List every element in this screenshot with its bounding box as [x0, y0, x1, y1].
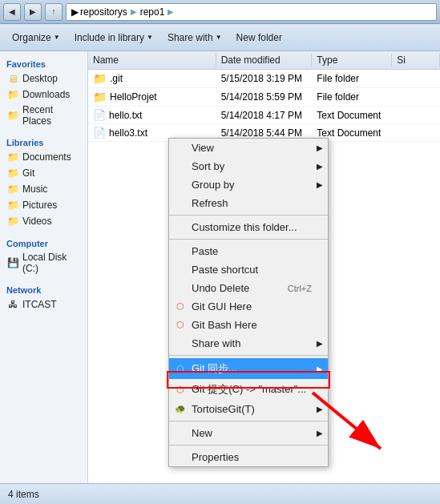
git-sync-arrow: ▶: [317, 365, 323, 373]
separator-4: [169, 421, 328, 421]
undo-shortcut: Ctrl+Z: [288, 284, 312, 293]
separator-5: [169, 445, 328, 446]
menu-view-label: View: [192, 142, 214, 154]
sort-submenu-arrow: ▶: [317, 162, 323, 171]
menu-item-tortoisegit[interactable]: 🐢 TortoiseGit(T) ▶: [169, 400, 328, 418]
menu-customize-label: Customize this folder...: [192, 221, 297, 233]
menu-item-refresh[interactable]: Refresh: [169, 194, 328, 212]
tortoisegit-icon: 🐢: [174, 403, 187, 416]
menu-paste-shortcut-label: Paste shortcut: [192, 264, 258, 276]
menu-item-customize[interactable]: Customize this folder...: [169, 218, 328, 236]
menu-item-git-commit[interactable]: ⬡ Git 提交(C) -> "master"...: [169, 379, 328, 400]
menu-undo-label: Undo Delete: [192, 282, 249, 294]
git-sync-icon: ⬡: [174, 362, 187, 375]
menu-item-git-sync[interactable]: ⬡ Git 同步... ▶: [169, 358, 328, 379]
menu-item-group[interactable]: Group by ▶: [169, 175, 328, 194]
menu-git-gui-label: Git GUI Here: [192, 300, 252, 312]
view-submenu-arrow: ▶: [317, 143, 323, 152]
context-menu: View ▶ Sort by ▶ Group by ▶ Refresh Cust…: [168, 138, 329, 467]
menu-item-paste-shortcut[interactable]: Paste shortcut: [169, 260, 328, 279]
group-submenu-arrow: ▶: [317, 180, 323, 189]
menu-item-git-bash[interactable]: ⬡ Git Bash Here: [169, 316, 328, 334]
menu-item-properties[interactable]: Properties: [169, 448, 328, 466]
menu-item-view[interactable]: View ▶: [169, 139, 328, 157]
menu-sort-label: Sort by: [192, 160, 224, 172]
menu-paste-label: Paste: [192, 245, 218, 257]
menu-item-share[interactable]: Share with ▶: [169, 334, 328, 353]
menu-git-bash-label: Git Bash Here: [192, 319, 257, 331]
new-submenu-arrow: ▶: [317, 429, 323, 437]
menu-item-undo[interactable]: Undo Delete Ctrl+Z: [169, 279, 328, 297]
separator-3: [169, 355, 328, 356]
menu-item-git-gui[interactable]: ⬡ Git GUI Here: [169, 297, 328, 316]
menu-properties-label: Properties: [192, 451, 239, 463]
menu-new-label: New: [192, 427, 212, 439]
menu-refresh-label: Refresh: [192, 197, 228, 209]
menu-tortoisegit-label: TortoiseGit(T): [192, 403, 255, 415]
context-menu-overlay: View ▶ Sort by ▶ Group by ▶ Refresh Cust…: [0, 0, 440, 504]
menu-item-sort[interactable]: Sort by ▶: [169, 157, 328, 175]
git-bash-icon: ⬡: [174, 319, 187, 332]
menu-share-label: Share with: [192, 337, 240, 349]
menu-item-paste[interactable]: Paste: [169, 242, 328, 260]
separator-2: [169, 239, 328, 240]
menu-git-sync-label: Git 同步...: [192, 361, 237, 376]
tortoisegit-submenu-arrow: ▶: [317, 405, 323, 413]
git-commit-icon: ⬡: [174, 383, 187, 396]
menu-item-new[interactable]: New ▶: [169, 424, 328, 442]
git-gui-icon: ⬡: [174, 300, 187, 313]
share-submenu-arrow: ▶: [317, 339, 323, 348]
menu-group-label: Group by: [192, 179, 234, 191]
separator-1: [169, 215, 328, 216]
menu-git-commit-label: Git 提交(C) -> "master"...: [192, 382, 306, 397]
